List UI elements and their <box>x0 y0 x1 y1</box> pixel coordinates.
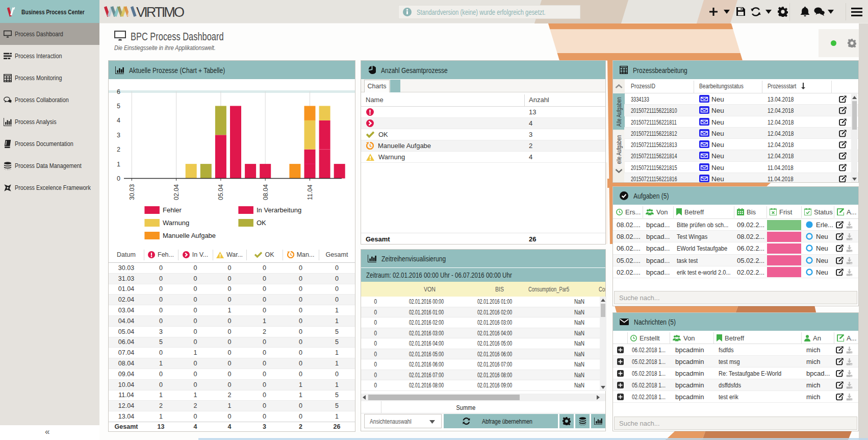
svg-text:6: 6 <box>117 88 120 95</box>
svg-text:1: 1 <box>117 161 120 168</box>
svg-text:30.03: 30.03 <box>129 184 136 200</box>
svg-text:OK: OK <box>257 219 266 227</box>
svg-text:5: 5 <box>117 103 120 110</box>
svg-text:Warnung: Warnung <box>163 219 189 227</box>
svg-text:0: 0 <box>117 175 120 182</box>
svg-text:3: 3 <box>117 132 120 139</box>
svg-text:VIRTIMO: VIRTIMO <box>136 5 185 20</box>
svg-text:4: 4 <box>117 117 120 124</box>
svg-text:02.04: 02.04 <box>173 184 180 200</box>
svg-text:08.04: 08.04 <box>262 184 269 200</box>
svg-text:05.04: 05.04 <box>217 184 224 200</box>
svg-text:11.04: 11.04 <box>307 185 314 200</box>
svg-text:Manuelle Aufgabe: Manuelle Aufgabe <box>163 232 216 239</box>
svg-text:Fehler: Fehler <box>163 206 182 214</box>
svg-text:In Verarbeitung: In Verarbeitung <box>257 206 301 214</box>
svg-text:2: 2 <box>117 146 120 153</box>
